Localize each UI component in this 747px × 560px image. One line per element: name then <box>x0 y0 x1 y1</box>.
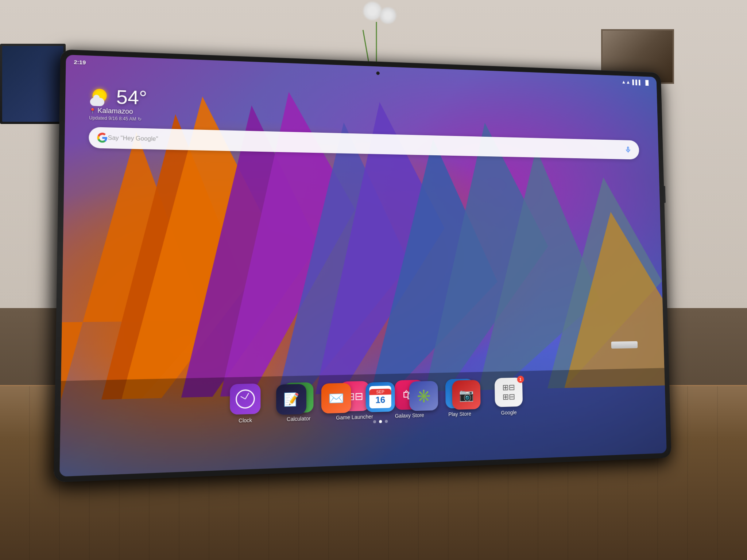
battery-icon: ▐▌ <box>644 80 650 85</box>
camera-symbol: 📷 <box>459 387 474 402</box>
status-time: 2:19 <box>74 59 86 66</box>
status-icons: ▲▲ ▌▌▌ ▐▌ <box>621 79 650 86</box>
page-indicator <box>373 420 388 423</box>
calculator-label: Calculator <box>287 415 310 422</box>
email-symbol: ✉️ <box>328 390 344 406</box>
usb-cable <box>611 341 638 349</box>
weather-temperature: 54° <box>116 87 147 108</box>
signal-icon: ▌▌▌ <box>632 79 642 85</box>
page-dot-1[interactable] <box>373 420 376 423</box>
location-pin-icon: 📍 <box>89 108 96 114</box>
background-monitor <box>0 44 66 124</box>
notes-symbol: 📝 <box>283 392 299 407</box>
calendar-face: SEP 16 <box>369 386 391 409</box>
tablet-screen: 2:19 ▲▲ ▌▌▌ ▐▌ 54° 📍 Kal <box>59 55 667 477</box>
dock-email[interactable]: ✉️ <box>321 383 351 413</box>
google-folder-icon: 1 ⊞⊟⊞⊟ <box>494 377 522 407</box>
weather-widget: 54° 📍 Kalamazoo Updated 9/16 8:45 AM ↻ <box>89 86 147 122</box>
dock-notes[interactable]: 📝 <box>276 384 306 415</box>
camera-icon: 📷 <box>452 380 480 410</box>
game-launcher-label: Game Launcher <box>336 413 373 420</box>
bixby-symbol: ✳️ <box>416 388 431 403</box>
calendar-month: SEP <box>369 389 391 395</box>
weather-main: 54° <box>89 86 147 108</box>
folder-grid-symbol: ⊞⊟⊞⊟ <box>502 383 515 402</box>
app-google-folder[interactable]: 1 ⊞⊟⊞⊟ Google <box>494 377 523 416</box>
tablet-shell: 2:19 ▲▲ ▌▌▌ ▐▌ 54° 📍 Kal <box>54 49 671 482</box>
google-logo <box>97 132 108 143</box>
galaxy-store-label: Galaxy Store <box>395 412 424 419</box>
front-camera <box>376 71 380 75</box>
clock-minute-hand <box>245 393 249 399</box>
bixby-icon: ✳️ <box>409 381 438 411</box>
clock-icon <box>230 384 260 415</box>
notification-badge: 1 <box>517 376 524 383</box>
weather-city: Kalamazoo <box>97 107 133 116</box>
cloud <box>90 98 104 106</box>
notes-icon: 📝 <box>276 384 306 415</box>
flower-head1 <box>363 2 382 20</box>
weather-location: 📍 Kalamazoo <box>89 106 147 116</box>
dock-camera[interactable]: 📷 <box>452 380 480 410</box>
email-icon: ✉️ <box>321 383 351 413</box>
dock-calendar[interactable]: SEP 16 <box>365 382 395 412</box>
wifi-icon: ▲▲ <box>621 79 630 85</box>
calendar-icon: SEP 16 <box>365 382 395 412</box>
dock-bixby[interactable]: ✳️ <box>409 381 438 411</box>
flower-head2 <box>380 7 396 24</box>
page-dot-3[interactable] <box>385 420 388 423</box>
play-store-label: Play Store <box>448 411 471 417</box>
tablet-device: 2:19 ▲▲ ▌▌▌ ▐▌ 54° 📍 Kal <box>54 49 671 482</box>
calendar-day: 16 <box>375 395 385 405</box>
monitor-screen <box>2 46 63 122</box>
clock-face <box>236 389 255 409</box>
page-dot-2[interactable] <box>379 420 382 423</box>
dock: 📝 ✉️ SEP 16 <box>276 380 481 415</box>
microphone-icon[interactable] <box>623 145 633 155</box>
clock-label: Clock <box>239 417 252 424</box>
weather-icon <box>89 86 112 107</box>
app-clock[interactable]: Clock <box>230 384 260 424</box>
google-folder-label: Google <box>501 409 516 416</box>
